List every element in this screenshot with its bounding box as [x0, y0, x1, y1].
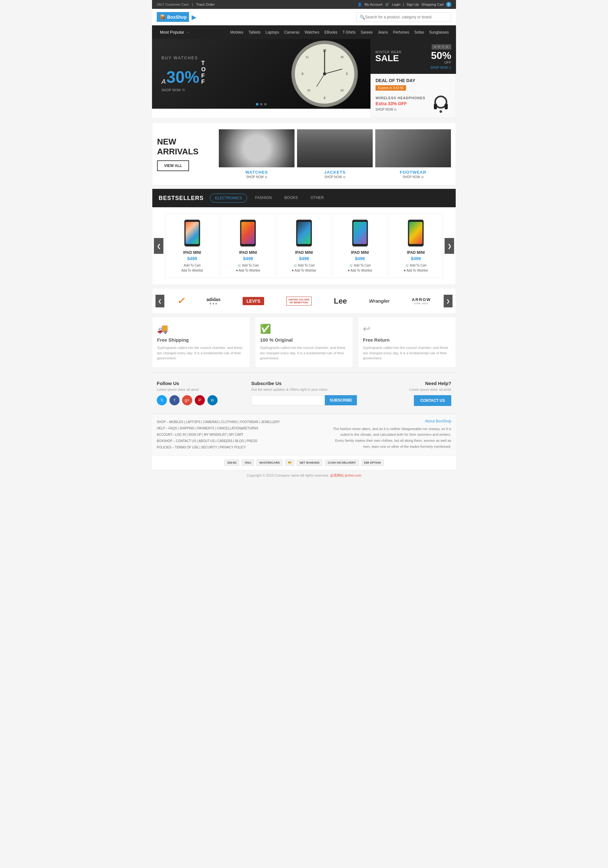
brand-next-button[interactable]: ❯ — [444, 295, 453, 307]
brand-prev-button[interactable]: ❮ — [155, 295, 164, 307]
nav-laptops[interactable]: Laptops — [263, 26, 282, 39]
products-list: IPAD MINI $499 Add To Cart Add To Wishli… — [165, 214, 443, 278]
arrivals-grid: WATCHES SHOP NOW ⊙ JACKETS SHOP NOW ⊙ FO… — [219, 129, 451, 179]
nav-watches[interactable]: Watches — [302, 26, 322, 39]
nav-perfumes[interactable]: Perfumes — [390, 26, 412, 39]
product-name-5: IPAD MINI — [392, 250, 439, 255]
payment-section: 256-bit VISA MASTERCARD 💳 NET BANKING CA… — [152, 456, 456, 470]
sale-banner: WINTER WEAR SALE U P T O 50% OFF SHOP NO… — [370, 39, 456, 74]
cart-icon: 🛒 — [385, 3, 390, 7]
brand-ucb: UNITED COLORSOF BENETTON. — [282, 294, 316, 308]
footer-boxshop-line: BOXSHOP – CONTACT US | ABOUT US | CAREER… — [157, 438, 325, 444]
shipping-desc: Syphogrants called into the council cham… — [157, 345, 245, 361]
add-cart-4[interactable]: 🛒 Add To Cart — [336, 263, 384, 268]
nav-ebooks[interactable]: EBooks — [322, 26, 340, 39]
buy-watches-text: BUY WATCHES — [161, 56, 206, 60]
nav-sunglasses[interactable]: Sunglasses — [427, 26, 451, 39]
dot-1[interactable] — [256, 103, 258, 105]
add-wishlist-5[interactable]: ♥ Add To Wishlist — [392, 268, 439, 273]
search-icon[interactable]: 🔍 — [360, 15, 365, 20]
product-price-2: $499 — [224, 256, 272, 261]
main-nav: Most Popular → Mobiles Tablets Laptops C… — [152, 25, 456, 39]
add-wishlist-2[interactable]: ♥ Add To Wishlist — [224, 268, 272, 273]
view-all-button[interactable]: VIEW ALL — [157, 160, 189, 171]
hero-shop-now[interactable]: SHOP NOW ⊙ — [161, 88, 206, 92]
logo-arrow: ▶ — [192, 13, 196, 21]
footwear-shop[interactable]: SHOP NOW ⊙ — [375, 175, 451, 179]
arrival-jackets: JACKETS SHOP NOW ⊙ — [297, 129, 373, 179]
shipping-icon: 🚚 — [157, 324, 245, 334]
hero-dots — [256, 103, 267, 105]
contact-us-button[interactable]: CONTACT US — [414, 395, 451, 406]
product-name-1: IPAD MINI — [169, 250, 216, 255]
nav-mobiles[interactable]: Mobiles — [228, 26, 246, 39]
bestsellers-header: BESTSELLERS ELECTRONICS FASHION BOOKS OT… — [152, 189, 456, 207]
help-title: Need Help? — [363, 381, 451, 386]
deal-shop-now[interactable]: SHOP NOW ⊙ — [376, 108, 425, 111]
nav-tablets[interactable]: Tablets — [246, 26, 263, 39]
nav-sofas[interactable]: Sofas — [412, 26, 427, 39]
new-arrivals: NEW ARRIVALS VIEW ALL WATCHES SHOP NOW ⊙… — [152, 122, 456, 185]
facebook-icon[interactable]: f — [169, 395, 179, 405]
svg-text:9: 9 — [302, 72, 303, 76]
payment-mastercard: MASTERCARD — [257, 459, 283, 466]
nav-links: Mobiles Tablets Laptops Cameras Watches … — [228, 26, 451, 39]
nav-sarees[interactable]: Sarees — [358, 26, 375, 39]
jackets-shop[interactable]: SHOP NOW ⊙ — [297, 175, 373, 179]
prev-button[interactable]: ❮ — [154, 238, 163, 254]
tab-other[interactable]: OTHER — [306, 194, 329, 203]
footer-account-line: ACCOUNT– LOG IN | SIGN UP | MY WHISHLIST… — [157, 432, 325, 438]
dot-3[interactable] — [264, 103, 267, 105]
my-account-link[interactable]: My Account — [365, 3, 382, 6]
search-input[interactable] — [365, 15, 448, 19]
deal-title: DEAL OF THE DAY — [376, 78, 451, 83]
jackets-category: JACKETS — [297, 170, 373, 175]
most-popular[interactable]: Most Popular → — [157, 25, 193, 39]
nav-tshirts[interactable]: T-Shirts — [340, 26, 358, 39]
tab-electronics[interactable]: ELECTRONICS — [210, 194, 247, 203]
footer-help: Need Help? Lorem ipsum dolor sit amet CO… — [363, 381, 451, 406]
arrow-sub: USA:1851 — [412, 302, 431, 305]
product-card-4: IPAD MINI $499 🛒 Add To Cart ♥ Add To Wi… — [333, 214, 387, 278]
track-order-link[interactable]: Track Order — [196, 3, 214, 6]
nav-cameras[interactable]: Cameras — [282, 26, 302, 39]
add-cart-1[interactable]: Add To Cart — [169, 263, 216, 268]
top-bar: 24x7 Customer Care | Track Order 👤 My Ac… — [152, 0, 456, 9]
about-boxshop-text: The fashion never alters, and as it is n… — [331, 426, 451, 450]
products-row: ❮ IPAD MINI $499 Add To Cart Add To Wish… — [152, 207, 456, 285]
brand-lee: Lee — [329, 294, 351, 308]
subscribe-input[interactable] — [251, 395, 325, 405]
pinterest-icon[interactable]: P — [195, 395, 205, 405]
sale-shop-now[interactable]: SHOP NOW ⊙ — [430, 66, 451, 70]
off-t: T — [201, 60, 206, 67]
dot-2[interactable] — [260, 103, 263, 105]
google-icon[interactable]: g+ — [182, 395, 192, 405]
watches-shop[interactable]: SHOP NOW ⊙ — [219, 175, 294, 179]
add-wishlist-1[interactable]: Add To Wishlist — [169, 268, 216, 273]
sale-text: SALE — [375, 54, 402, 63]
copyright-brand-link[interactable]: 金黑网站 jiinhei.com — [330, 473, 361, 477]
logo[interactable]: 📦 BoxShop ▶ — [157, 12, 196, 22]
off-f2: F — [201, 79, 206, 85]
nav-jeans[interactable]: Jeans — [375, 26, 390, 39]
bestsellers-title: BESTSELLERS — [159, 195, 204, 202]
subscribe-button[interactable]: SUBSCRIBE — [325, 395, 357, 405]
original-desc: Syphogrants called into the council cham… — [260, 345, 348, 361]
shopping-cart-link[interactable]: Shopping Cart — [421, 3, 444, 6]
payment-netbanking: NET BANKING — [297, 459, 322, 466]
tab-books[interactable]: BOOKS — [280, 194, 303, 203]
next-button[interactable]: ❯ — [445, 238, 454, 254]
add-wishlist-3[interactable]: ♥ Add To Wishlist — [280, 268, 328, 273]
login-link[interactable]: Login — [392, 3, 401, 6]
ucb-text: UNITED COLORSOF BENETTON. — [286, 297, 312, 305]
add-wishlist-4[interactable]: ♥ Add To Wishlist — [336, 268, 384, 273]
footer-follow: Follow Us Lorem ipsum dolor sit amet 𝕏 f… — [157, 381, 245, 406]
add-cart-2[interactable]: 🛒 Add To Cart — [224, 263, 272, 268]
hero-section: 12 3 6 9 25 22 20 11 BUY WATCHES A 30% T — [152, 39, 456, 118]
tab-fashion[interactable]: FASHION — [250, 194, 277, 203]
twitter-icon[interactable]: 𝕏 — [157, 395, 167, 405]
signup-link[interactable]: Sign Up — [407, 3, 419, 6]
linkedin-icon[interactable]: in — [207, 395, 218, 405]
add-cart-3[interactable]: 🛒 Add To Cart — [280, 263, 328, 268]
add-cart-5[interactable]: 🛒 Add To Cart — [392, 263, 439, 268]
